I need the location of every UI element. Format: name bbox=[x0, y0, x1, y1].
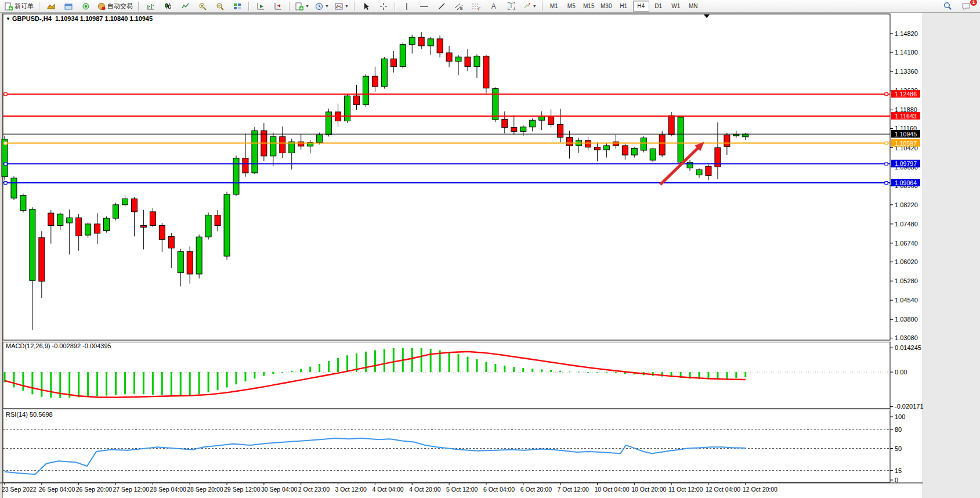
price-tick-label: 1.03800 bbox=[895, 316, 918, 323]
new-order-button[interactable]: 新订单 bbox=[2, 1, 36, 12]
time-tick-label: 10 Oct 04:00 bbox=[594, 486, 629, 493]
time-tick-label: 10 Oct 20:00 bbox=[631, 486, 666, 493]
text-label-icon: T bbox=[508, 2, 515, 10]
chart-area[interactable]: 1.148201.141001.133601.126201.118801.111… bbox=[0, 13, 980, 498]
toolbar-separator bbox=[39, 2, 40, 11]
text-button[interactable]: A bbox=[486, 1, 502, 12]
cursor-button[interactable] bbox=[358, 1, 374, 12]
svg-text:E: E bbox=[460, 6, 463, 10]
time-tick-label: 7 Oct 12:00 bbox=[558, 486, 589, 493]
fibonacci-icon: F bbox=[472, 2, 481, 10]
toolbar-separator bbox=[354, 2, 355, 11]
line-chart-button[interactable] bbox=[177, 1, 193, 12]
sounds-button[interactable] bbox=[78, 1, 94, 12]
mt4-window: 新订单 自动交易 ▼ ▼ ▼ E F A T ▼ bbox=[0, 0, 980, 498]
price-tick-label: 1.05280 bbox=[895, 277, 918, 284]
fibonacci-button[interactable]: F bbox=[468, 1, 484, 12]
timeframe-w1[interactable]: W1 bbox=[668, 1, 684, 12]
price-level-label-text: 1.10597 bbox=[895, 140, 917, 147]
time-tick-label: 27 Sep 12:00 bbox=[113, 486, 150, 493]
auto-scroll-icon bbox=[256, 2, 265, 10]
line-handle[interactable] bbox=[4, 163, 7, 165]
profiles-button[interactable] bbox=[60, 1, 77, 12]
time-tick-label: 3 Oct 12:00 bbox=[335, 486, 367, 493]
line-chart-icon bbox=[182, 2, 189, 10]
timeframe-h4[interactable]: H4 bbox=[633, 1, 649, 12]
price-tick-label: 1.04540 bbox=[895, 297, 918, 304]
price-tick-label: 1.08220 bbox=[895, 201, 918, 208]
zoom-in-icon bbox=[198, 2, 207, 10]
periods-button[interactable]: ▼ bbox=[313, 1, 331, 12]
price-tick-label: 1.06020 bbox=[895, 258, 918, 265]
line-handle[interactable] bbox=[885, 142, 888, 145]
charts-button[interactable] bbox=[43, 1, 59, 12]
bar-chart-button[interactable] bbox=[142, 1, 158, 12]
svg-text:F: F bbox=[478, 7, 480, 10]
arrows-tool-button[interactable]: ▼ bbox=[520, 1, 539, 12]
price-level-label-text: 1.11643 bbox=[895, 113, 916, 120]
line-handle[interactable] bbox=[885, 182, 888, 185]
rsi-tick-label: 50 bbox=[895, 445, 902, 452]
toolbar-separator bbox=[248, 2, 249, 11]
macd-indicator-label: MACD(12,26,9) -0.002892 -0.004395 bbox=[6, 342, 111, 349]
ohlc-values: 1.10934 1.10987 1.10840 1.10945 bbox=[55, 15, 153, 22]
panel-splitter[interactable] bbox=[3, 341, 890, 342]
panel-splitter[interactable] bbox=[3, 409, 890, 410]
time-tick-label: 6 Oct 20:00 bbox=[520, 486, 552, 493]
timeframe-h1[interactable]: H1 bbox=[616, 1, 632, 12]
text-icon: A bbox=[491, 2, 496, 10]
price-tick-label: 1.07480 bbox=[895, 221, 918, 228]
line-handle[interactable] bbox=[4, 182, 7, 185]
candlestick-icon bbox=[164, 2, 172, 10]
time-tick-label: 12 Oct 04:00 bbox=[706, 486, 740, 493]
notifications-button[interactable]: 1 bbox=[958, 1, 974, 12]
indicators-button[interactable]: ▼ bbox=[293, 1, 312, 12]
zoom-out-button[interactable] bbox=[212, 1, 228, 12]
tile-windows-button[interactable] bbox=[229, 1, 245, 12]
rsi-tick-label: 15 bbox=[895, 467, 902, 474]
toolbar-separator bbox=[289, 2, 290, 11]
crosshair-button[interactable] bbox=[375, 1, 392, 12]
line-handle[interactable] bbox=[4, 142, 7, 145]
equidistant-channel-button[interactable]: E bbox=[451, 1, 467, 12]
chart-header: ▼GBPUSD-,H4 1.10934 1.10987 1.10840 1.10… bbox=[6, 15, 153, 22]
candlestick-chart-button[interactable] bbox=[160, 1, 176, 12]
rsi-value: 50.5698 bbox=[30, 411, 53, 418]
trendline-button[interactable] bbox=[433, 1, 450, 12]
search-button[interactable] bbox=[939, 1, 956, 12]
toolbar-separator bbox=[138, 2, 139, 11]
symbol-period-label: GBPUSD-,H4 bbox=[12, 15, 52, 22]
autotrading-label: 自动交易 bbox=[107, 2, 133, 10]
templates-button[interactable]: ▼ bbox=[332, 1, 351, 12]
line-handle[interactable] bbox=[885, 93, 888, 96]
main-panel-frame bbox=[3, 14, 890, 340]
macd-name: MACD(12,26,9) bbox=[6, 342, 50, 349]
price-tick-label: 1.13360 bbox=[895, 68, 918, 75]
trendline-icon bbox=[437, 2, 446, 10]
time-tick-label: 29 Sep 12:00 bbox=[224, 486, 261, 493]
timeframe-m30[interactable]: M30 bbox=[598, 1, 614, 12]
horizontal-line-icon bbox=[420, 3, 429, 9]
time-tick-label: 5 Oct 12:00 bbox=[446, 486, 478, 493]
line-handle[interactable] bbox=[4, 93, 7, 96]
auto-scroll-button[interactable] bbox=[252, 1, 269, 12]
zoom-in-button[interactable] bbox=[194, 1, 211, 12]
chart-shift-button[interactable] bbox=[270, 1, 286, 12]
timeframe-m1[interactable]: M1 bbox=[546, 1, 562, 12]
macd-panel-frame bbox=[3, 342, 890, 409]
text-label-button[interactable]: T bbox=[503, 1, 519, 12]
time-tick-label: 26 Sep 20:00 bbox=[76, 486, 113, 493]
time-tick-label: 30 Sep 04:00 bbox=[261, 486, 298, 493]
toolbar: 新订单 自动交易 ▼ ▼ ▼ E F A T ▼ bbox=[0, 0, 980, 13]
price-tick-label: 1.06740 bbox=[895, 240, 918, 247]
timeframe-m5[interactable]: M5 bbox=[563, 1, 580, 12]
autotrading-button[interactable]: 自动交易 bbox=[95, 1, 135, 12]
vertical-line-button[interactable] bbox=[399, 1, 415, 12]
new-order-label: 新订单 bbox=[15, 2, 34, 10]
timeframe-m15[interactable]: M15 bbox=[581, 1, 597, 12]
collapse-triangle-icon[interactable]: ▼ bbox=[6, 16, 10, 21]
timeframe-d1[interactable]: D1 bbox=[650, 1, 667, 12]
horizontal-line-button[interactable] bbox=[416, 1, 432, 12]
timeframe-mn[interactable]: MN bbox=[685, 1, 701, 12]
line-handle[interactable] bbox=[885, 163, 888, 165]
